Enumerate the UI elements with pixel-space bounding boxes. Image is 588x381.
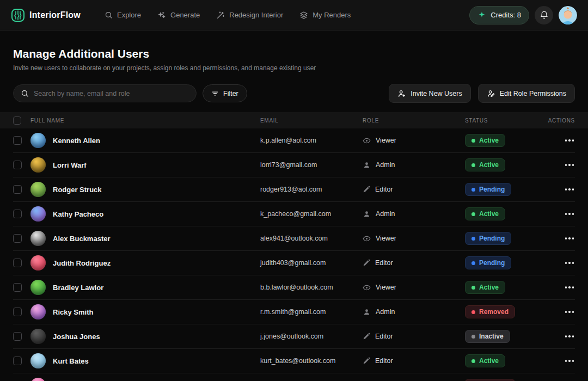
viewer-eye-icon — [363, 284, 371, 292]
search-icon — [21, 89, 29, 97]
credits-badge[interactable]: Credits: 8 — [469, 6, 529, 24]
nav-item-redesign-interior[interactable]: Redesign Interior — [216, 11, 283, 20]
row-checkbox[interactable] — [13, 308, 22, 316]
row-checkbox[interactable] — [13, 185, 22, 194]
table-row: Joshua Jones j.jones@outlook.com Editor … — [13, 324, 575, 349]
table-row: Paula Mora paula911@gmail.com Viewer Rem… — [13, 373, 575, 381]
status-badge: Inactive — [465, 330, 510, 343]
user-avatar — [30, 304, 46, 319]
editor-pencil-icon — [363, 333, 370, 340]
user-email: rodger913@aol.com — [260, 186, 363, 193]
user-name: Kurt Bates — [53, 357, 89, 365]
select-all-checkbox[interactable] — [13, 116, 21, 125]
row-checkbox[interactable] — [13, 332, 22, 341]
user-name: Lorri Warf — [53, 161, 87, 169]
row-menu-button[interactable] — [564, 308, 575, 316]
filter-icon — [211, 90, 219, 97]
row-checkbox[interactable] — [13, 210, 22, 218]
nav-item-label: My Renders — [313, 11, 351, 19]
credits-label: Credits: 8 — [491, 11, 521, 19]
row-checkbox[interactable] — [13, 283, 22, 292]
row-menu-button[interactable] — [564, 210, 575, 218]
user-avatar — [30, 353, 46, 368]
table-row: Kathy Pacheco k_pacheco@gmail.com Admin … — [13, 202, 575, 226]
nav-item-label: Explore — [117, 11, 141, 19]
user-avatar — [30, 255, 46, 271]
user-avatar — [30, 280, 46, 295]
edit-roles-label: Edit Role Permissions — [500, 90, 566, 97]
column-header-status: STATUS — [465, 118, 547, 124]
nav-item-label: Redesign Interior — [229, 11, 283, 19]
user-name: Bradley Lawlor — [53, 284, 103, 292]
status-badge: Removed — [465, 305, 515, 318]
user-name: Judith Rodriguez — [53, 259, 111, 267]
table-row: Bradley Lawlor b.b.lawlor@outlook.com Vi… — [13, 275, 575, 300]
user-name: Joshua Jones — [53, 333, 100, 341]
status-badge: Removed — [465, 379, 515, 381]
magic-wand-icon — [216, 11, 225, 20]
status-badge: Pending — [465, 183, 511, 196]
user-role: Viewer — [376, 284, 396, 291]
editor-pencil-icon — [363, 357, 370, 365]
user-role: Viewer — [376, 235, 396, 242]
row-menu-button[interactable] — [564, 136, 575, 145]
user-role: Editor — [375, 333, 393, 340]
user-role: Admin — [376, 210, 395, 218]
user-role: Admin — [376, 308, 395, 316]
column-header-email: EMAIL — [260, 118, 363, 124]
table-row: Lorri Warf lorri73@gmail.com Admin Activ… — [13, 153, 575, 177]
row-checkbox[interactable] — [13, 234, 22, 243]
invite-label: Invite New Users — [411, 90, 462, 97]
row-menu-button[interactable] — [564, 234, 575, 243]
invite-new-users-button[interactable]: Invite New Users — [389, 84, 470, 103]
status-badge: Active — [465, 354, 505, 367]
admin-person-icon — [363, 308, 371, 316]
row-checkbox[interactable] — [13, 357, 22, 365]
nav-item-explore[interactable]: Explore — [105, 11, 141, 19]
status-badge: Active — [465, 281, 505, 294]
row-menu-button[interactable] — [564, 185, 575, 194]
status-badge: Active — [465, 207, 505, 220]
user-pencil-icon — [487, 89, 495, 98]
row-menu-button[interactable] — [564, 332, 575, 341]
table-header: FULL NAME EMAIL ROLE STATUS ACTIONS — [0, 112, 588, 128]
row-checkbox[interactable] — [13, 161, 22, 169]
row-menu-button[interactable] — [564, 259, 575, 267]
viewer-eye-icon — [363, 235, 371, 243]
user-avatar[interactable] — [559, 6, 577, 24]
status-badge: Pending — [465, 256, 511, 269]
row-menu-button[interactable] — [564, 357, 575, 365]
user-role: Editor — [375, 259, 393, 267]
user-avatar — [30, 133, 46, 148]
notifications-button[interactable] — [535, 6, 553, 24]
search-box — [13, 84, 197, 102]
nav-item-generate[interactable]: Generate — [157, 11, 200, 20]
user-email: alex941@outlook.com — [260, 235, 363, 242]
viewer-eye-icon — [363, 137, 371, 145]
nav-item-label: Generate — [170, 11, 200, 19]
bell-icon — [540, 10, 549, 20]
row-menu-button[interactable] — [564, 161, 575, 169]
status-badge: Active — [465, 134, 505, 147]
user-role: Editor — [375, 357, 393, 365]
brand-name: InteriorFlow — [29, 10, 81, 20]
row-checkbox[interactable] — [13, 259, 22, 267]
filter-button[interactable]: Filter — [203, 84, 247, 102]
brand-logo[interactable]: InteriorFlow — [11, 8, 81, 22]
user-email: j.jones@outlook.com — [260, 333, 363, 340]
editor-pencil-icon — [363, 186, 370, 193]
user-avatar — [30, 231, 46, 246]
edit-role-permissions-button[interactable]: Edit Role Permissions — [478, 84, 575, 103]
row-menu-button[interactable] — [564, 283, 575, 292]
user-avatar — [30, 329, 46, 344]
nav-item-my-renders[interactable]: My Renders — [299, 11, 351, 20]
user-role: Editor — [375, 186, 393, 193]
user-avatar — [30, 206, 46, 222]
admin-person-icon — [363, 161, 371, 169]
row-checkbox[interactable] — [13, 136, 22, 145]
search-input[interactable] — [34, 90, 189, 97]
table-row: Ricky Smith r.m.smith@gmail.com Admin Re… — [13, 300, 575, 324]
user-email: kurt_bates@outlook.com — [260, 357, 363, 365]
controls-bar: Filter Invite New Users Edit Role Permis… — [13, 84, 575, 103]
table-row: Kurt Bates kurt_bates@outlook.com Editor… — [13, 349, 575, 373]
